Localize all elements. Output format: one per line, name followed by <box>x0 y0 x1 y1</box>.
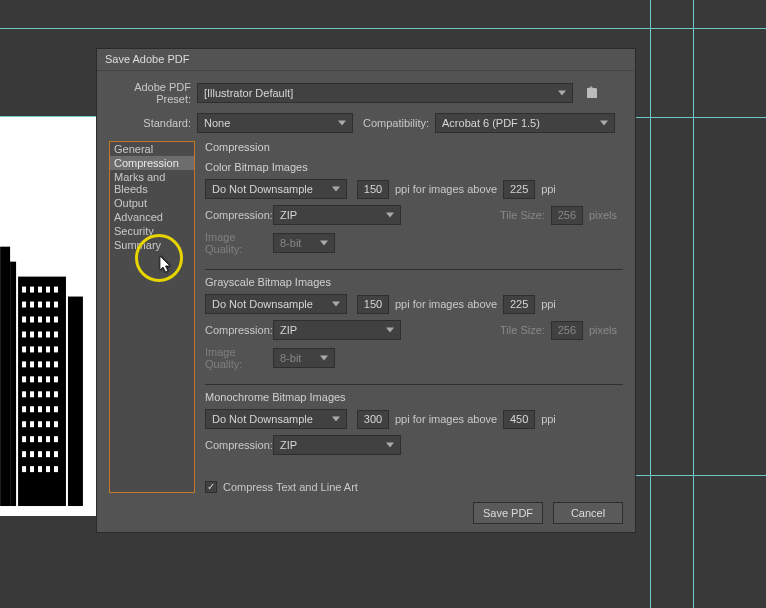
svg-rect-51 <box>38 421 42 427</box>
color-above-ppi-input[interactable] <box>503 180 535 199</box>
monochrome-bitmap-section: Monochrome Bitmap Images Do Not Downsamp… <box>205 391 623 469</box>
svg-rect-52 <box>46 421 50 427</box>
svg-rect-32 <box>46 361 50 367</box>
highlight-circle-icon <box>135 234 183 282</box>
gray-above-ppi-input[interactable] <box>503 295 535 314</box>
svg-rect-42 <box>46 391 50 397</box>
svg-rect-12 <box>46 302 50 308</box>
standard-label: Standard: <box>109 117 197 129</box>
compat-value: Acrobat 6 (PDF 1.5) <box>442 117 540 129</box>
mono-above-label: ppi for images above <box>395 413 497 425</box>
compression-panel: Compression Color Bitmap Images Do Not D… <box>195 141 623 493</box>
svg-rect-18 <box>54 317 58 323</box>
color-tile-label: Tile Size: <box>500 209 545 221</box>
save-pdf-button[interactable]: Save PDF <box>473 502 543 524</box>
svg-rect-22 <box>46 331 50 337</box>
svg-rect-19 <box>22 331 26 337</box>
svg-rect-45 <box>30 406 34 412</box>
svg-rect-47 <box>46 406 50 412</box>
gray-above-label: ppi for images above <box>395 298 497 310</box>
svg-rect-48 <box>54 406 58 412</box>
mono-compress-label: Compression: <box>205 439 273 451</box>
color-compress-label: Compression: <box>205 209 273 221</box>
gray-section-title: Grayscale Bitmap Images <box>205 276 623 288</box>
sidebar-item-marks-and-bleeds[interactable]: Marks and Bleeds <box>110 170 194 196</box>
compress-text-checkbox[interactable]: ✓ Compress Text and Line Art <box>205 481 358 493</box>
svg-rect-46 <box>38 406 42 412</box>
svg-rect-0 <box>0 247 10 506</box>
svg-rect-34 <box>22 376 26 382</box>
color-above-label: ppi for images above <box>395 183 497 195</box>
standard-value: None <box>204 117 230 129</box>
gray-downsample-select[interactable]: Do Not Downsample <box>205 294 347 314</box>
gray-quality-select: 8-bit <box>273 348 335 368</box>
compat-label: Compatibility: <box>363 117 435 129</box>
save-pdf-dialog: Save Adobe PDF Adobe PDF Preset: [Illust… <box>96 48 636 533</box>
svg-rect-1 <box>10 262 16 506</box>
svg-rect-56 <box>38 436 42 442</box>
compatibility-select[interactable]: Acrobat 6 (PDF 1.5) <box>435 113 615 133</box>
mono-above-ppi-input[interactable] <box>503 410 535 429</box>
svg-rect-60 <box>30 451 34 457</box>
svg-rect-31 <box>38 361 42 367</box>
mono-compression-select[interactable]: ZIP <box>273 435 401 455</box>
svg-rect-26 <box>38 346 42 352</box>
color-quality-label: Image Quality: <box>205 231 273 255</box>
mouse-cursor-icon <box>160 256 172 274</box>
color-downsample-select[interactable]: Do Not Downsample <box>205 179 347 199</box>
svg-rect-64 <box>22 466 26 472</box>
svg-rect-65 <box>30 466 34 472</box>
svg-rect-24 <box>22 346 26 352</box>
standard-select[interactable]: None <box>197 113 353 133</box>
preset-save-icon[interactable] <box>581 83 603 103</box>
gray-compress-label: Compression: <box>205 324 273 336</box>
dialog-title: Save Adobe PDF <box>97 49 635 71</box>
svg-rect-61 <box>38 451 42 457</box>
color-compression-select[interactable]: ZIP <box>273 205 401 225</box>
svg-rect-30 <box>30 361 34 367</box>
pixels-unit: pixels <box>589 209 617 221</box>
color-ppi-input[interactable] <box>357 180 389 199</box>
gray-tile-label: Tile Size: <box>500 324 545 336</box>
pdf-preset-select[interactable]: [Illustrator Default] <box>197 83 573 103</box>
svg-rect-3 <box>68 297 83 506</box>
svg-rect-20 <box>30 331 34 337</box>
svg-rect-63 <box>54 451 58 457</box>
svg-rect-13 <box>54 302 58 308</box>
cancel-button[interactable]: Cancel <box>553 502 623 524</box>
sidebar-item-output[interactable]: Output <box>110 196 194 210</box>
preset-label: Adobe PDF Preset: <box>109 81 197 105</box>
gray-ppi-input[interactable] <box>357 295 389 314</box>
svg-rect-33 <box>54 361 58 367</box>
sidebar-item-general[interactable]: General <box>110 142 194 156</box>
color-tile-input <box>551 206 583 225</box>
color-quality-select: 8-bit <box>273 233 335 253</box>
svg-rect-44 <box>22 406 26 412</box>
svg-rect-41 <box>38 391 42 397</box>
svg-rect-39 <box>22 391 26 397</box>
svg-rect-68 <box>54 466 58 472</box>
check-icon: ✓ <box>205 481 217 493</box>
gray-compression-select[interactable]: ZIP <box>273 320 401 340</box>
svg-rect-50 <box>30 421 34 427</box>
mono-ppi-input[interactable] <box>357 410 389 429</box>
mono-downsample-select[interactable]: Do Not Downsample <box>205 409 347 429</box>
svg-rect-55 <box>30 436 34 442</box>
canvas-artboard <box>0 116 96 516</box>
svg-rect-53 <box>54 421 58 427</box>
svg-rect-14 <box>22 317 26 323</box>
svg-rect-11 <box>38 302 42 308</box>
svg-rect-21 <box>38 331 42 337</box>
dialog-sidebar: GeneralCompressionMarks and BleedsOutput… <box>109 141 195 493</box>
compress-text-label: Compress Text and Line Art <box>223 481 358 493</box>
sidebar-item-advanced[interactable]: Advanced <box>110 210 194 224</box>
mono-section-title: Monochrome Bitmap Images <box>205 391 623 403</box>
svg-rect-7 <box>46 287 50 293</box>
svg-rect-36 <box>38 376 42 382</box>
svg-rect-43 <box>54 391 58 397</box>
grayscale-bitmap-section: Grayscale Bitmap Images Do Not Downsampl… <box>205 276 623 385</box>
svg-rect-25 <box>30 346 34 352</box>
svg-rect-57 <box>46 436 50 442</box>
sidebar-item-compression[interactable]: Compression <box>110 156 194 170</box>
color-section-title: Color Bitmap Images <box>205 161 623 173</box>
